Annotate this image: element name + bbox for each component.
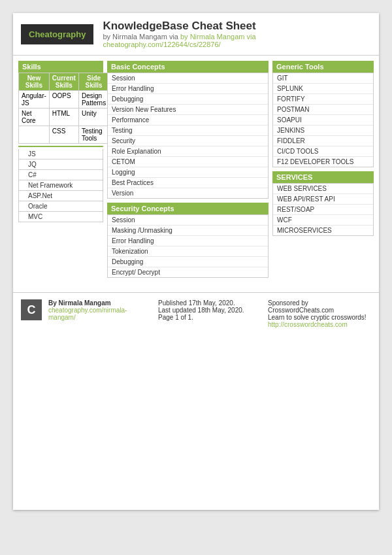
list-item: Debugging xyxy=(108,257,268,267)
services-header: SERVICES xyxy=(272,171,374,183)
basic-concepts-header: Basic Concepts xyxy=(107,61,269,73)
security-concepts-section: Security Concepts Session Masking /Unmas… xyxy=(107,203,269,278)
header-subtitle: by Nirmala Mangam via by Nirmala Mangam … xyxy=(103,33,371,48)
cell xyxy=(19,126,50,144)
content: Skills New Skills Current Skills Side Sk… xyxy=(13,56,379,287)
list-item: SOAPUI xyxy=(273,115,373,126)
list-item: C# xyxy=(18,170,103,180)
header: Cheatography KnowledgeBase Cheat Sheet b… xyxy=(13,13,379,56)
list-item: GIT xyxy=(273,73,373,84)
generic-tools-list: GIT SPLUNK FORTIFY POSTMAN SOAPUI JENKIN… xyxy=(272,73,374,167)
generic-tools-section: Generic Tools GIT SPLUNK FORTIFY POSTMAN… xyxy=(272,61,374,167)
logo-cheat: Cheatography xyxy=(29,29,86,39)
list-item: WEB SERVICES xyxy=(273,184,373,194)
list-item: Error Handling xyxy=(108,84,268,94)
cell: Unity xyxy=(78,109,108,126)
list-item: POSTMAN xyxy=(273,105,373,115)
services-list: WEB SERVICES WEB API/REST API REST/SOAP … xyxy=(272,183,374,236)
sponsor-label: Sponsored by CrosswordCheats.com xyxy=(268,299,334,314)
sponsor-sub: Learn to solve cryptic crosswords! xyxy=(268,314,367,321)
list-item: Tokenization xyxy=(108,246,268,257)
list-item: Version xyxy=(108,188,268,198)
footer: C By Nirmala Mangam cheatography.com/nir… xyxy=(13,292,379,335)
list-item: Net Framework xyxy=(18,180,103,191)
list-item: Debugging xyxy=(108,94,268,105)
services-section: SERVICES WEB SERVICES WEB API/REST API R… xyxy=(272,171,374,236)
list-item: ASP.Net xyxy=(18,191,103,201)
list-item: Encrypt/ Decrypt xyxy=(108,267,268,277)
basic-concepts-list: Session Error Handling Debugging Version… xyxy=(107,73,269,199)
cell: Testing Tools xyxy=(78,126,108,144)
skills-section: Skills New Skills Current Skills Side Sk… xyxy=(18,61,103,222)
col-current-skills: Current Skills xyxy=(49,73,78,91)
security-concepts-header: Security Concepts xyxy=(107,203,269,214)
page-number: Page 1 of 1. xyxy=(158,314,193,321)
list-item: Best Practices xyxy=(108,178,268,188)
list-item: CETOM xyxy=(108,157,268,167)
page-title: KnowledgeBase Cheat Sheet xyxy=(103,20,371,33)
header-info: KnowledgeBase Cheat Sheet by Nirmala Man… xyxy=(103,20,371,48)
cell: Angular-JS xyxy=(19,91,50,109)
list-item: Performance xyxy=(108,115,268,126)
list-item: F12 DEVELOPER TOOLS xyxy=(273,157,373,167)
list-item: MICROSERVICES xyxy=(273,226,373,235)
list-item: Logging xyxy=(108,167,268,178)
footer-logo: C xyxy=(21,299,42,320)
cell: Net Core xyxy=(19,109,50,126)
footer-dates: Published 17th May, 2020. Last updated 1… xyxy=(158,299,261,321)
list-item: WEB API/REST API xyxy=(273,194,373,205)
security-concepts-list: Session Masking /Unmasking Error Handlin… xyxy=(107,214,269,278)
list-item: MVC xyxy=(18,212,103,222)
table-row: Angular-JS OOPS Design Patterns xyxy=(19,91,109,109)
list-item: JS xyxy=(18,149,103,160)
page: Cheatography KnowledgeBase Cheat Sheet b… xyxy=(13,13,379,510)
list-item: Error Handling xyxy=(108,236,268,246)
table-row: Net Core HTML Unity xyxy=(19,109,109,126)
cell: Design Patterns xyxy=(78,91,108,109)
list-item: SPLUNK xyxy=(273,84,373,94)
list-item: CI/CD TOOLS xyxy=(273,146,373,157)
right-column: Generic Tools GIT SPLUNK FORTIFY POSTMAN… xyxy=(272,61,374,282)
middle-column: Basic Concepts Session Error Handling De… xyxy=(107,61,269,282)
logo: Cheatography xyxy=(21,24,93,44)
list-item: Masking /Unmasking xyxy=(108,226,268,236)
basic-concepts-section: Basic Concepts Session Error Handling De… xyxy=(107,61,269,199)
list-item: JQ xyxy=(18,160,103,170)
col-new-skills: New Skills xyxy=(19,73,50,91)
author-name: By Nirmala Mangam xyxy=(48,299,111,307)
cell: HTML xyxy=(49,109,78,126)
skills-header: Skills xyxy=(18,61,103,73)
list-item: Session xyxy=(108,73,268,84)
list-item: Version New Features xyxy=(108,105,268,115)
published-date: Published 17th May, 2020. xyxy=(158,299,235,307)
footer-author: By Nirmala Mangam cheatography.com/nirma… xyxy=(48,299,152,321)
header-link[interactable]: by Nirmala Mangam via cheatography.com/1… xyxy=(103,33,255,48)
list-item: JENKINS xyxy=(273,126,373,136)
col-side-skills: Side Skills xyxy=(78,73,108,91)
cell: OOPS xyxy=(49,91,78,109)
sponsor-link[interactable]: http://crosswordcheats.com xyxy=(268,321,348,328)
list-item: Security xyxy=(108,136,268,146)
list-item: Session xyxy=(108,215,268,226)
list-item: Role Explanation xyxy=(108,146,268,157)
cell: CSS xyxy=(49,126,78,144)
table-row: CSS Testing Tools xyxy=(19,126,109,144)
list-item: WCF xyxy=(273,215,373,226)
list-item: FORTIFY xyxy=(273,94,373,105)
generic-tools-header: Generic Tools xyxy=(272,61,374,73)
list-item: REST/SOAP xyxy=(273,205,373,215)
updated-date: Last updated 18th May, 2020. xyxy=(158,307,244,314)
list-item: FIDDLER xyxy=(273,136,373,146)
skills-divider xyxy=(18,146,103,147)
author-link[interactable]: cheatography.com/nirmala-mangam/ xyxy=(48,307,127,321)
skills-table: New Skills Current Skills Side Skills An… xyxy=(18,73,109,144)
footer-sponsor: Sponsored by CrosswordCheats.com Learn t… xyxy=(268,299,371,328)
skills-column: Skills New Skills Current Skills Side Sk… xyxy=(18,61,103,282)
list-item: Testing xyxy=(108,126,268,136)
list-item: Oracle xyxy=(18,201,103,212)
